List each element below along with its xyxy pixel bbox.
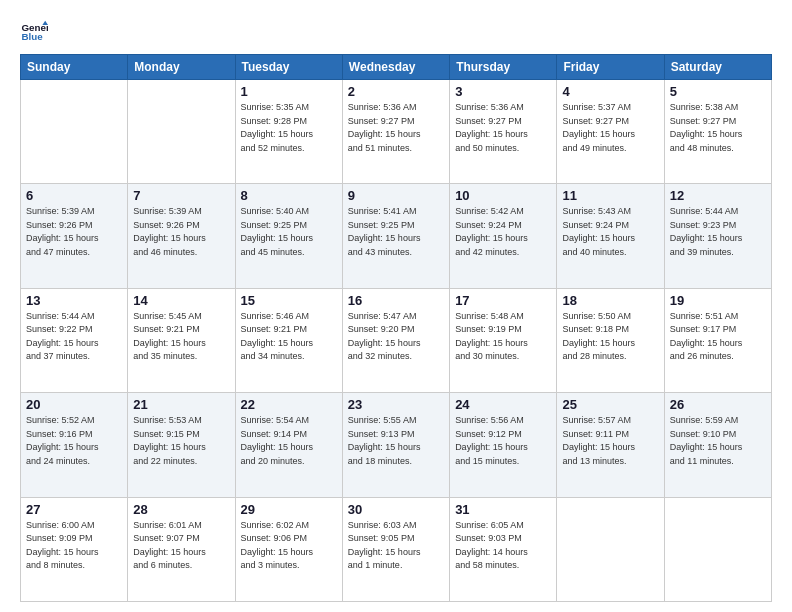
calendar-cell: 13Sunrise: 5:44 AM Sunset: 9:22 PM Dayli… [21,288,128,392]
day-info: Sunrise: 5:51 AM Sunset: 9:17 PM Dayligh… [670,310,766,364]
day-number: 21 [133,397,229,412]
calendar-cell [557,497,664,601]
day-info: Sunrise: 6:05 AM Sunset: 9:03 PM Dayligh… [455,519,551,573]
calendar-cell: 5Sunrise: 5:38 AM Sunset: 9:27 PM Daylig… [664,80,771,184]
calendar-cell: 24Sunrise: 5:56 AM Sunset: 9:12 PM Dayli… [450,393,557,497]
weekday-header-tuesday: Tuesday [235,55,342,80]
calendar-cell: 1Sunrise: 5:35 AM Sunset: 9:28 PM Daylig… [235,80,342,184]
day-number: 4 [562,84,658,99]
day-number: 8 [241,188,337,203]
day-info: Sunrise: 5:40 AM Sunset: 9:25 PM Dayligh… [241,205,337,259]
day-info: Sunrise: 6:01 AM Sunset: 9:07 PM Dayligh… [133,519,229,573]
day-info: Sunrise: 5:44 AM Sunset: 9:22 PM Dayligh… [26,310,122,364]
day-number: 6 [26,188,122,203]
day-info: Sunrise: 5:57 AM Sunset: 9:11 PM Dayligh… [562,414,658,468]
calendar-cell: 29Sunrise: 6:02 AM Sunset: 9:06 PM Dayli… [235,497,342,601]
day-number: 16 [348,293,444,308]
day-number: 13 [26,293,122,308]
day-info: Sunrise: 6:03 AM Sunset: 9:05 PM Dayligh… [348,519,444,573]
calendar-cell: 11Sunrise: 5:43 AM Sunset: 9:24 PM Dayli… [557,184,664,288]
day-number: 29 [241,502,337,517]
day-number: 14 [133,293,229,308]
week-row-1: 1Sunrise: 5:35 AM Sunset: 9:28 PM Daylig… [21,80,772,184]
logo: General Blue [20,18,48,46]
day-info: Sunrise: 5:45 AM Sunset: 9:21 PM Dayligh… [133,310,229,364]
day-number: 18 [562,293,658,308]
calendar-cell: 14Sunrise: 5:45 AM Sunset: 9:21 PM Dayli… [128,288,235,392]
calendar-cell: 9Sunrise: 5:41 AM Sunset: 9:25 PM Daylig… [342,184,449,288]
calendar-cell: 12Sunrise: 5:44 AM Sunset: 9:23 PM Dayli… [664,184,771,288]
calendar-cell: 18Sunrise: 5:50 AM Sunset: 9:18 PM Dayli… [557,288,664,392]
day-info: Sunrise: 5:42 AM Sunset: 9:24 PM Dayligh… [455,205,551,259]
calendar-cell [128,80,235,184]
day-number: 11 [562,188,658,203]
calendar-cell: 30Sunrise: 6:03 AM Sunset: 9:05 PM Dayli… [342,497,449,601]
day-info: Sunrise: 5:37 AM Sunset: 9:27 PM Dayligh… [562,101,658,155]
calendar-cell: 10Sunrise: 5:42 AM Sunset: 9:24 PM Dayli… [450,184,557,288]
day-number: 26 [670,397,766,412]
day-number: 31 [455,502,551,517]
day-info: Sunrise: 5:36 AM Sunset: 9:27 PM Dayligh… [348,101,444,155]
day-info: Sunrise: 5:39 AM Sunset: 9:26 PM Dayligh… [26,205,122,259]
week-row-5: 27Sunrise: 6:00 AM Sunset: 9:09 PM Dayli… [21,497,772,601]
calendar-cell: 19Sunrise: 5:51 AM Sunset: 9:17 PM Dayli… [664,288,771,392]
day-info: Sunrise: 5:41 AM Sunset: 9:25 PM Dayligh… [348,205,444,259]
weekday-header-thursday: Thursday [450,55,557,80]
calendar-cell [21,80,128,184]
calendar-cell: 27Sunrise: 6:00 AM Sunset: 9:09 PM Dayli… [21,497,128,601]
calendar-cell: 21Sunrise: 5:53 AM Sunset: 9:15 PM Dayli… [128,393,235,497]
day-info: Sunrise: 5:39 AM Sunset: 9:26 PM Dayligh… [133,205,229,259]
weekday-header-monday: Monday [128,55,235,80]
weekday-header-row: SundayMondayTuesdayWednesdayThursdayFrid… [21,55,772,80]
calendar-table: SundayMondayTuesdayWednesdayThursdayFrid… [20,54,772,602]
calendar-cell: 2Sunrise: 5:36 AM Sunset: 9:27 PM Daylig… [342,80,449,184]
day-number: 28 [133,502,229,517]
header: General Blue [20,18,772,46]
day-info: Sunrise: 5:59 AM Sunset: 9:10 PM Dayligh… [670,414,766,468]
calendar-cell: 22Sunrise: 5:54 AM Sunset: 9:14 PM Dayli… [235,393,342,497]
day-number: 3 [455,84,551,99]
day-info: Sunrise: 5:47 AM Sunset: 9:20 PM Dayligh… [348,310,444,364]
weekday-header-friday: Friday [557,55,664,80]
calendar-cell: 31Sunrise: 6:05 AM Sunset: 9:03 PM Dayli… [450,497,557,601]
day-number: 2 [348,84,444,99]
page: General Blue SundayMondayTuesdayWednesda… [0,0,792,612]
day-info: Sunrise: 5:46 AM Sunset: 9:21 PM Dayligh… [241,310,337,364]
day-info: Sunrise: 5:52 AM Sunset: 9:16 PM Dayligh… [26,414,122,468]
day-info: Sunrise: 5:50 AM Sunset: 9:18 PM Dayligh… [562,310,658,364]
calendar-cell: 8Sunrise: 5:40 AM Sunset: 9:25 PM Daylig… [235,184,342,288]
calendar-cell: 6Sunrise: 5:39 AM Sunset: 9:26 PM Daylig… [21,184,128,288]
day-info: Sunrise: 5:35 AM Sunset: 9:28 PM Dayligh… [241,101,337,155]
day-number: 22 [241,397,337,412]
calendar-cell: 20Sunrise: 5:52 AM Sunset: 9:16 PM Dayli… [21,393,128,497]
calendar-cell: 4Sunrise: 5:37 AM Sunset: 9:27 PM Daylig… [557,80,664,184]
calendar-cell: 3Sunrise: 5:36 AM Sunset: 9:27 PM Daylig… [450,80,557,184]
calendar-cell: 16Sunrise: 5:47 AM Sunset: 9:20 PM Dayli… [342,288,449,392]
day-info: Sunrise: 5:44 AM Sunset: 9:23 PM Dayligh… [670,205,766,259]
day-info: Sunrise: 5:55 AM Sunset: 9:13 PM Dayligh… [348,414,444,468]
day-number: 9 [348,188,444,203]
logo-icon: General Blue [20,18,48,46]
day-number: 24 [455,397,551,412]
day-number: 7 [133,188,229,203]
day-number: 23 [348,397,444,412]
day-info: Sunrise: 5:54 AM Sunset: 9:14 PM Dayligh… [241,414,337,468]
day-number: 30 [348,502,444,517]
calendar-cell: 26Sunrise: 5:59 AM Sunset: 9:10 PM Dayli… [664,393,771,497]
day-number: 15 [241,293,337,308]
day-info: Sunrise: 5:43 AM Sunset: 9:24 PM Dayligh… [562,205,658,259]
calendar-cell: 15Sunrise: 5:46 AM Sunset: 9:21 PM Dayli… [235,288,342,392]
week-row-3: 13Sunrise: 5:44 AM Sunset: 9:22 PM Dayli… [21,288,772,392]
day-info: Sunrise: 6:00 AM Sunset: 9:09 PM Dayligh… [26,519,122,573]
calendar-cell: 25Sunrise: 5:57 AM Sunset: 9:11 PM Dayli… [557,393,664,497]
day-number: 25 [562,397,658,412]
day-number: 1 [241,84,337,99]
day-number: 12 [670,188,766,203]
day-info: Sunrise: 5:38 AM Sunset: 9:27 PM Dayligh… [670,101,766,155]
weekday-header-saturday: Saturday [664,55,771,80]
day-number: 17 [455,293,551,308]
calendar-cell [664,497,771,601]
calendar-cell: 23Sunrise: 5:55 AM Sunset: 9:13 PM Dayli… [342,393,449,497]
weekday-header-sunday: Sunday [21,55,128,80]
week-row-4: 20Sunrise: 5:52 AM Sunset: 9:16 PM Dayli… [21,393,772,497]
